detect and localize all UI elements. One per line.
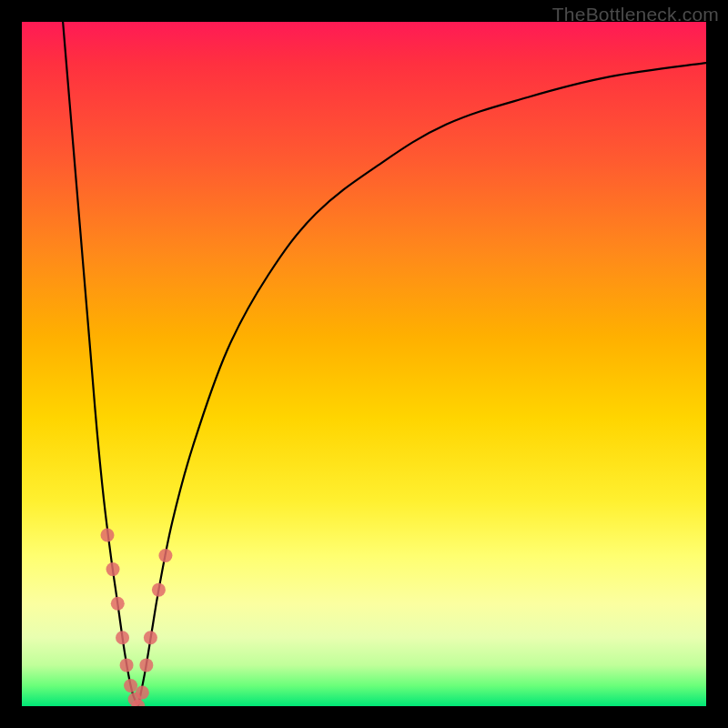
marker-dot bbox=[158, 549, 172, 562]
curve-layer bbox=[22, 22, 706, 706]
bottleneck-curve bbox=[63, 22, 706, 706]
plot-area bbox=[22, 22, 706, 706]
marker-dot bbox=[101, 529, 115, 542]
left-branch-path bbox=[63, 22, 138, 706]
watermark-text: TheBottleneck.com bbox=[552, 4, 719, 25]
marker-dot bbox=[152, 583, 166, 597]
marker-dot bbox=[124, 679, 137, 693]
marker-dot bbox=[111, 597, 125, 611]
marker-dot bbox=[136, 685, 149, 699]
marker-dot bbox=[116, 631, 129, 644]
marker-dot bbox=[120, 658, 134, 672]
marker-dot bbox=[144, 631, 157, 644]
chart-frame: TheBottleneck.com bbox=[0, 0, 728, 728]
marker-dot bbox=[139, 658, 153, 672]
right-branch-path bbox=[138, 63, 706, 706]
marker-dot bbox=[106, 562, 120, 576]
